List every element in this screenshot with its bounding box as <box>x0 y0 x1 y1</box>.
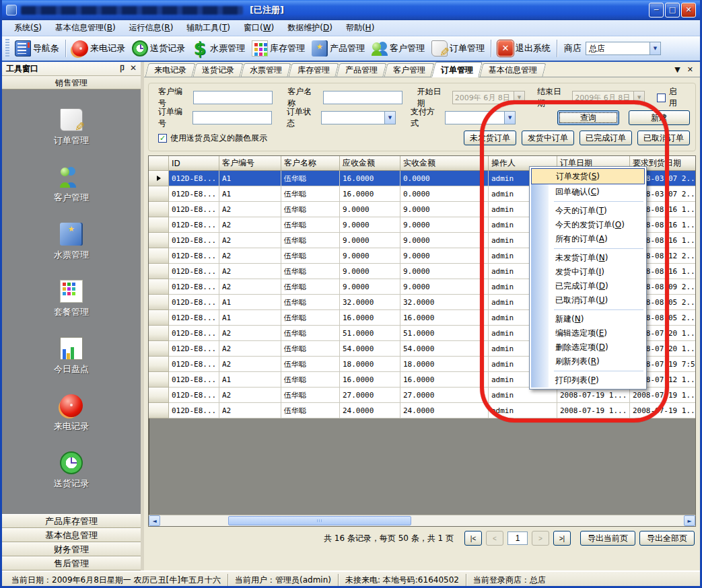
toolbar-button-库存管理[interactable]: 库存管理 <box>248 38 308 59</box>
context-menu-item-所有的订单(A)[interactable]: 所有的订单(A) <box>531 232 645 246</box>
menu-item-4[interactable]: 辅助工具(T) <box>180 20 237 36</box>
sidebar-group-产品库存管理[interactable]: 产品库存管理 <box>2 514 141 528</box>
context-menu-item-新建(N)[interactable]: 新建(N) <box>531 312 645 326</box>
page-number-input[interactable] <box>507 531 528 545</box>
row-selector[interactable] <box>149 171 169 186</box>
query-button[interactable]: 查询 <box>557 110 619 125</box>
row-selector[interactable] <box>149 403 169 418</box>
customer-name-input[interactable] <box>323 91 402 104</box>
menu-item-3[interactable]: 运行信息(R) <box>122 20 180 36</box>
minimize-button[interactable]: ─ <box>649 3 664 17</box>
sidebar-item-来电记录[interactable]: 来电记录 <box>54 394 89 433</box>
sidebar-item-套餐管理[interactable]: 套餐管理 <box>54 280 89 318</box>
chevron-down-icon[interactable]: ▼ <box>650 42 660 54</box>
new-button[interactable]: 新建 <box>629 110 690 125</box>
row-selector[interactable] <box>149 388 169 403</box>
customer-no-input[interactable] <box>193 91 273 104</box>
maximize-button[interactable]: □ <box>665 3 680 17</box>
context-menu-item-今天的订单(T)[interactable]: 今天的订单(T) <box>531 204 645 218</box>
row-selector[interactable] <box>149 295 169 310</box>
order-status-select[interactable]: ▼ <box>321 111 396 124</box>
pay-method-select[interactable]: ▼ <box>445 111 516 124</box>
chevron-down-icon[interactable]: ▼ <box>384 112 395 124</box>
sidebar-item-客户管理[interactable]: 客户管理 <box>54 166 89 204</box>
menu-item-6[interactable]: 数据维护(D) <box>281 20 339 36</box>
prev-page-button[interactable]: < <box>486 531 503 546</box>
tab-送货记录[interactable]: 送货记录 <box>193 63 244 77</box>
sidebar-group-售后管理[interactable]: 售后管理 <box>2 556 141 571</box>
row-selector[interactable] <box>149 357 169 372</box>
grid-column-header[interactable]: 应收金额 <box>340 156 400 171</box>
filter-button-未发货订单[interactable]: 未发货订单 <box>464 131 516 145</box>
context-menu-item-未发货订单(N)[interactable]: 未发货订单(N) <box>531 251 645 265</box>
sidebar-item-送货记录[interactable]: 送货记录 <box>54 451 89 490</box>
toolbar-button-水票管理[interactable]: 水票管理 <box>188 38 248 59</box>
row-selector[interactable] <box>149 202 169 217</box>
scroll-right-icon[interactable]: ► <box>684 515 695 526</box>
next-page-button[interactable]: > <box>532 531 549 546</box>
sidebar-group-财务管理[interactable]: 财务管理 <box>2 542 141 556</box>
context-menu-item-删除选定项(D)[interactable]: 删除选定项(D) <box>531 340 645 355</box>
tab-水票管理[interactable]: 水票管理 <box>241 63 291 77</box>
context-menu-item-今天的发货订单(O)[interactable]: 今天的发货订单(O) <box>531 218 645 232</box>
scrollbar-thumb[interactable] <box>228 516 411 525</box>
toolbar-button-送货记录[interactable]: 送货记录 <box>129 38 188 59</box>
last-page-button[interactable]: >| <box>553 531 571 546</box>
close-button[interactable]: ✕ <box>681 3 696 17</box>
row-selector[interactable] <box>149 279 169 295</box>
row-selector[interactable] <box>149 310 169 326</box>
toolbar-button-来电记录[interactable]: 来电记录 <box>69 38 129 59</box>
toolbar-button-导航条[interactable]: 导航条 <box>11 38 63 59</box>
toolbar-drag-handle[interactable] <box>5 39 9 58</box>
start-date-picker[interactable]: 2009年 6月 8日 ▼ <box>452 91 525 104</box>
grid-column-header[interactable]: 实收金额 <box>400 156 489 171</box>
row-selector[interactable] <box>149 248 169 264</box>
sidebar-section-sales[interactable]: 销售管理 <box>2 76 141 89</box>
shop-select[interactable]: 总店 ▼ <box>586 42 661 55</box>
filter-button-已取消订单[interactable]: 已取消订单 <box>637 131 690 145</box>
horizontal-scrollbar[interactable]: ◄ ► <box>149 515 695 526</box>
first-page-button[interactable]: |< <box>464 531 482 546</box>
tab-基本信息管理[interactable]: 基本信息管理 <box>480 63 547 77</box>
grid-column-header[interactable]: 客户名称 <box>281 156 340 171</box>
order-no-input[interactable] <box>192 111 272 124</box>
context-menu-item-已完成订单(D)[interactable]: 已完成订单(D) <box>531 279 645 293</box>
end-date-picker[interactable]: 2009年 6月 8日 ▼ <box>572 91 645 104</box>
toolbar-button-订单管理[interactable]: 订单管理 <box>428 38 488 59</box>
menu-item-7[interactable]: 帮助(H) <box>339 20 381 36</box>
tab-来电记录[interactable]: 来电记录 <box>145 63 196 77</box>
export-all-pages-button[interactable]: 导出全部页 <box>639 531 695 546</box>
context-menu-item-刷新列表(R)[interactable]: 刷新列表(R) <box>531 355 645 369</box>
toolbar-button-产品管理[interactable]: 产品管理 <box>308 38 368 59</box>
pin-icon[interactable]: 卩 <box>116 63 125 75</box>
row-selector[interactable] <box>149 217 169 233</box>
context-menu-item-回单确认(C)[interactable]: 回单确认(C) <box>531 185 645 199</box>
sidebar-group-基本信息管理[interactable]: 基本信息管理 <box>2 528 141 542</box>
filter-button-已完成订单[interactable]: 已完成订单 <box>580 131 632 145</box>
tab-close-icon[interactable]: ✕ <box>687 65 693 74</box>
context-menu-item-发货中订单(I)[interactable]: 发货中订单(I) <box>531 265 645 279</box>
sidebar-item-今日盘点[interactable]: 今日盘点 <box>54 337 89 375</box>
filter-button-发货中订单[interactable]: 发货中订单 <box>522 131 574 145</box>
row-selector[interactable] <box>149 326 169 341</box>
sidebar-item-水票管理[interactable]: 水票管理 <box>54 223 89 261</box>
chevron-down-icon[interactable]: ▼ <box>504 112 515 124</box>
grid-column-header[interactable]: 客户编号 <box>219 156 281 171</box>
menu-item-5[interactable]: 窗口(W) <box>237 20 281 36</box>
toolbar-button-客户管理[interactable]: 客户管理 <box>368 38 428 59</box>
context-menu-item-订单发货(S)[interactable]: 订单发货(S) <box>531 168 645 184</box>
menu-item-2[interactable]: 基本信息管理(B) <box>48 20 122 36</box>
tab-dropdown-icon[interactable]: ▼ <box>674 65 680 74</box>
row-selector[interactable] <box>149 264 169 279</box>
context-menu-item-打印列表(P)[interactable]: 打印列表(P) <box>531 373 645 388</box>
close-icon[interactable]: ✕ <box>130 63 137 75</box>
color-checkbox[interactable]: ✓ <box>158 134 167 143</box>
grid-selector-header[interactable] <box>149 156 169 171</box>
toolbar-button-退出系统[interactable]: 退出系统 <box>494 38 554 59</box>
row-selector[interactable] <box>149 186 169 202</box>
enable-checkbox[interactable] <box>657 94 666 102</box>
tab-产品管理[interactable]: 产品管理 <box>337 63 387 77</box>
menu-item-1[interactable]: 系统(S) <box>7 20 48 36</box>
context-menu-item-编辑选定项(E)[interactable]: 编辑选定项(E) <box>531 326 645 340</box>
row-selector[interactable] <box>149 233 169 248</box>
